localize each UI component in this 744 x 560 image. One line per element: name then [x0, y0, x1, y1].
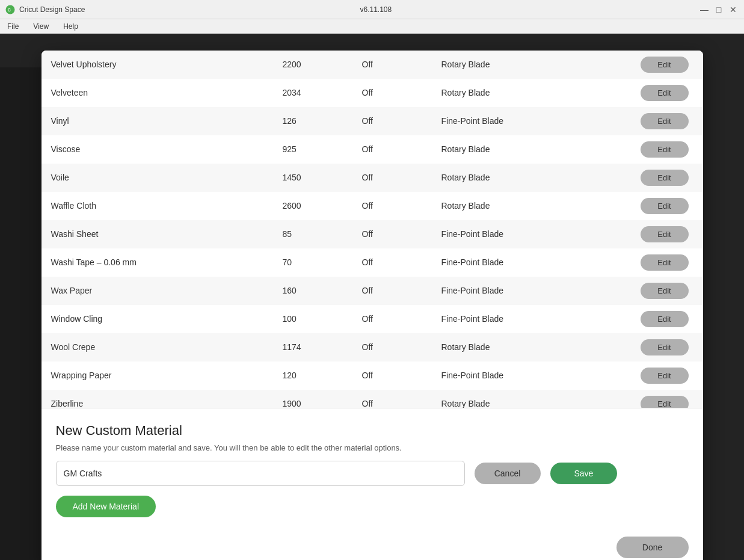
materials-table-area[interactable]: Velvet Upholstery 2200 Off Rotary Blade …	[42, 51, 703, 408]
table-row: Wax Paper 160 Off Fine-Point Blade Edit	[42, 277, 703, 305]
blade-cell: Rotary Blade	[432, 192, 597, 220]
material-name-cell: Viscose	[42, 135, 273, 164]
new-custom-section: New Custom Material Please name your cus…	[42, 408, 703, 529]
table-row: Waffle Cloth 2600 Off Rotary Blade Edit	[42, 192, 703, 220]
material-name-cell: Wool Crepe	[42, 333, 273, 362]
edit-button[interactable]: Edit	[641, 226, 689, 242]
edit-button[interactable]: Edit	[641, 57, 689, 73]
foil-cell: Off	[352, 107, 432, 135]
pressure-cell: 120	[273, 362, 352, 390]
edit-button[interactable]: Edit	[641, 141, 689, 158]
material-name-input[interactable]	[56, 461, 465, 486]
table-row: Viscose 925 Off Rotary Blade Edit	[42, 135, 703, 164]
edit-cell: Edit	[597, 107, 703, 135]
menu-file[interactable]: File	[5, 21, 21, 32]
edit-cell: Edit	[597, 248, 703, 277]
foil-cell: Off	[352, 390, 432, 408]
blade-cell: Fine-Point Blade	[432, 305, 597, 333]
foil-cell: Off	[352, 248, 432, 277]
edit-cell: Edit	[597, 362, 703, 390]
edit-button[interactable]: Edit	[641, 113, 689, 129]
edit-button[interactable]: Edit	[641, 339, 689, 355]
cricut-logo-icon: C	[5, 4, 16, 15]
material-name-cell: Vinyl	[42, 107, 273, 135]
pressure-cell: 1174	[273, 333, 352, 362]
pressure-cell: 2200	[273, 51, 352, 79]
blade-cell: Rotary Blade	[432, 390, 597, 408]
blade-cell: Fine-Point Blade	[432, 277, 597, 305]
menu-view[interactable]: View	[31, 21, 51, 32]
save-button[interactable]: Save	[550, 463, 618, 484]
foil-cell: Off	[352, 164, 432, 192]
pressure-cell: 100	[273, 305, 352, 333]
material-name-cell: Voile	[42, 164, 273, 192]
blade-cell: Rotary Blade	[432, 333, 597, 362]
material-name-cell: Waffle Cloth	[42, 192, 273, 220]
menu-bar: File View Help	[0, 19, 744, 34]
done-row: Done	[42, 529, 703, 561]
table-row: Washi Sheet 85 Off Fine-Point Blade Edit	[42, 220, 703, 248]
material-name-cell: Wrapping Paper	[42, 362, 273, 390]
table-row: Voile 1450 Off Rotary Blade Edit	[42, 164, 703, 192]
edit-button[interactable]: Edit	[641, 283, 689, 299]
done-button[interactable]: Done	[616, 537, 689, 558]
new-custom-description: Please name your custom material and sav…	[56, 443, 689, 452]
blade-cell: Rotary Blade	[432, 79, 597, 107]
blade-cell: Rotary Blade	[432, 51, 597, 79]
pressure-cell: 2034	[273, 79, 352, 107]
input-row: Cancel Save	[56, 461, 689, 486]
table-row: Velvet Upholstery 2200 Off Rotary Blade …	[42, 51, 703, 79]
materials-table: Velvet Upholstery 2200 Off Rotary Blade …	[42, 51, 703, 408]
pressure-cell: 126	[273, 107, 352, 135]
pressure-cell: 1900	[273, 390, 352, 408]
pressure-cell: 70	[273, 248, 352, 277]
app-version: v6.11.108	[360, 5, 699, 14]
edit-button[interactable]: Edit	[641, 85, 689, 101]
edit-cell: Edit	[597, 305, 703, 333]
maximize-button[interactable]: □	[713, 4, 725, 16]
new-custom-title: New Custom Material	[56, 423, 689, 438]
pressure-cell: 160	[273, 277, 352, 305]
material-name-cell: Wax Paper	[42, 277, 273, 305]
svg-text:C: C	[8, 7, 11, 13]
foil-cell: Off	[352, 79, 432, 107]
material-name-cell: Ziberline	[42, 390, 273, 408]
table-row: Wool Crepe 1174 Off Rotary Blade Edit	[42, 333, 703, 362]
foil-cell: Off	[352, 192, 432, 220]
pressure-cell: 2600	[273, 192, 352, 220]
table-row: Window Cling 100 Off Fine-Point Blade Ed…	[42, 305, 703, 333]
blade-cell: Fine-Point Blade	[432, 362, 597, 390]
edit-cell: Edit	[597, 277, 703, 305]
edit-button[interactable]: Edit	[641, 170, 689, 186]
app-title: Cricut Design Space	[19, 5, 358, 14]
edit-button[interactable]: Edit	[641, 368, 689, 384]
minimize-button[interactable]: —	[698, 4, 710, 16]
table-row: Ziberline 1900 Off Rotary Blade Edit	[42, 390, 703, 408]
blade-cell: Rotary Blade	[432, 164, 597, 192]
window-controls: — □ ✕	[698, 4, 739, 16]
foil-cell: Off	[352, 333, 432, 362]
blade-cell: Rotary Blade	[432, 135, 597, 164]
table-row: Velveteen 2034 Off Rotary Blade Edit	[42, 79, 703, 107]
edit-cell: Edit	[597, 79, 703, 107]
menu-help[interactable]: Help	[61, 21, 81, 32]
add-new-material-button[interactable]: Add New Material	[56, 496, 156, 517]
modal-overlay: Velvet Upholstery 2200 Off Rotary Blade …	[0, 34, 744, 560]
foil-cell: Off	[352, 362, 432, 390]
close-button[interactable]: ✕	[727, 4, 739, 16]
edit-cell: Edit	[597, 333, 703, 362]
edit-button[interactable]: Edit	[641, 311, 689, 327]
foil-cell: Off	[352, 305, 432, 333]
edit-button[interactable]: Edit	[641, 198, 689, 214]
foil-cell: Off	[352, 51, 432, 79]
table-row: Washi Tape – 0.06 mm 70 Off Fine-Point B…	[42, 248, 703, 277]
material-name-cell: Window Cling	[42, 305, 273, 333]
edit-cell: Edit	[597, 390, 703, 408]
title-bar: C Cricut Design Space v6.11.108 — □ ✕	[0, 0, 744, 19]
cancel-button[interactable]: Cancel	[475, 463, 541, 484]
edit-button[interactable]: Edit	[641, 396, 689, 408]
edit-button[interactable]: Edit	[641, 254, 689, 271]
modal-dialog: Velvet Upholstery 2200 Off Rotary Blade …	[42, 51, 703, 561]
edit-cell: Edit	[597, 164, 703, 192]
foil-cell: Off	[352, 277, 432, 305]
